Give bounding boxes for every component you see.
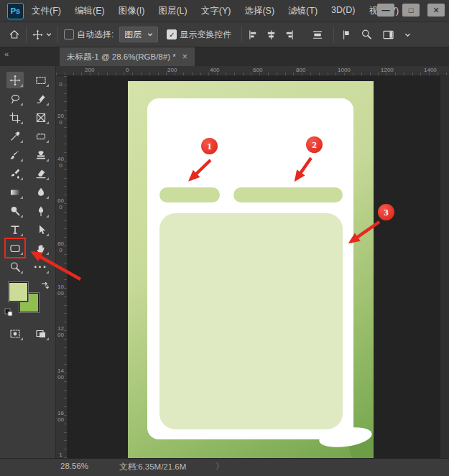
menu-3d[interactable]: 3D(D) [331, 5, 355, 17]
status-expand-icon[interactable]: 〉 [216, 461, 224, 472]
photoshop-window: Ps 文件(F) 编辑(E) 图像(I) 图层(L) 文字(Y) 选择(S) 滤… [0, 0, 449, 476]
move-icon [32, 29, 43, 40]
menu-select[interactable]: 选择(S) [244, 5, 274, 17]
menu-edit[interactable]: 编辑(E) [75, 5, 105, 17]
collapse-panels-icon[interactable]: « [4, 50, 9, 58]
ruler-label: 1600 [57, 411, 64, 424]
chevron-down-icon [46, 32, 52, 37]
ruler-label: 200 [57, 113, 64, 126]
menu-type[interactable]: 文字(Y) [201, 5, 231, 17]
window-controls: — □ ✕ [377, 4, 445, 17]
document-tab[interactable]: 未标题-1 @ 28.6%(RGB/8#) * × [60, 47, 195, 66]
chevron-down-icon[interactable] [404, 32, 411, 38]
tool-type[interactable] [6, 221, 24, 238]
auto-select-label: 自动选择: [77, 29, 114, 41]
tool-eraser[interactable] [32, 165, 50, 182]
tool-quick-selection[interactable] [32, 90, 50, 107]
menu-file[interactable]: 文件(F) [32, 5, 61, 17]
more-tools-icon[interactable]: ··· [32, 258, 50, 275]
ruler-label: 800 [57, 241, 64, 254]
ruler-label: 800 [296, 67, 305, 73]
layer-select-dropdown[interactable]: 图层 [119, 27, 158, 42]
align-left-icon[interactable] [248, 29, 259, 40]
document-canvas[interactable] [128, 81, 374, 458]
divider [333, 27, 334, 42]
green-panel-shape [159, 213, 343, 429]
right-panel-dock[interactable] [440, 76, 449, 458]
divider [241, 27, 242, 42]
document-tab-bar: « 未标题-1 @ 28.6%(RGB/8#) * × [0, 47, 449, 66]
right-option-buttons [340, 29, 411, 40]
tool-frame[interactable] [32, 109, 50, 126]
green-pill-shape-2 [233, 187, 343, 202]
screen-mode-button[interactable] [32, 325, 50, 342]
distribute-icon[interactable] [312, 29, 323, 40]
auto-select-option[interactable]: 自动选择: [64, 29, 114, 41]
tool-gradient[interactable] [6, 184, 24, 200]
ruler-label: 1200 [381, 67, 394, 73]
minimize-button[interactable]: — [377, 4, 394, 17]
workspace: 200 0 200 400 600 800 1000 1200 1400 0 2… [0, 66, 449, 458]
show-transform-label: 显示变换控件 [180, 29, 231, 41]
tool-rectangular-marquee[interactable] [32, 72, 50, 88]
ruler-label: 600 [57, 198, 64, 211]
align-buttons [248, 29, 323, 40]
quick-mask-button[interactable] [6, 325, 24, 342]
show-transform-checkbox[interactable]: ✓ [167, 29, 177, 39]
divider [57, 27, 58, 42]
auto-select-checkbox[interactable] [64, 29, 74, 39]
status-bar: 28.56% 文档:6.35M/21.6M 〉 [0, 458, 449, 476]
search-icon[interactable] [361, 29, 372, 40]
tool-options-bar: 自动选择: 图层 ✓ 显示变换控件 [0, 22, 449, 47]
tool-pen[interactable] [32, 202, 50, 219]
ruler-label: 1400 [57, 368, 64, 381]
align-right-icon[interactable] [284, 29, 295, 40]
workspace-icon[interactable] [382, 29, 394, 40]
tool-mixer-brush[interactable] [6, 165, 24, 182]
zoom-level-field[interactable]: 28.56% [60, 462, 88, 470]
tool-zoom[interactable] [6, 258, 24, 275]
tool-eyedropper[interactable] [6, 128, 24, 144]
tool-brush[interactable] [6, 146, 24, 163]
title-bar: Ps 文件(F) 编辑(E) 图像(I) 图层(L) 文字(Y) 选择(S) 滤… [0, 0, 449, 22]
tool-crop[interactable] [6, 109, 24, 126]
tool-patch[interactable] [32, 128, 50, 144]
close-button[interactable]: ✕ [427, 4, 445, 17]
tab-close-icon[interactable]: × [182, 52, 188, 62]
move-tool-preset[interactable] [32, 29, 52, 40]
ruler-ticks [64, 76, 67, 458]
document-tab-title: 未标题-1 @ 28.6%(RGB/8#) * [67, 52, 176, 62]
tool-hand[interactable] [32, 240, 50, 256]
ruler-label: 0 [126, 67, 129, 73]
annotation-badge-3: 3 [378, 204, 394, 220]
align-center-icon[interactable] [266, 29, 277, 40]
arrange-icon[interactable] [340, 29, 351, 40]
ruler-label: 1200 [57, 326, 64, 339]
show-transform-option[interactable]: ✓ 显示变换控件 [167, 29, 231, 41]
swap-colors-icon[interactable] [40, 281, 50, 290]
foreground-color-swatch[interactable] [9, 282, 28, 302]
tool-path-selection[interactable] [32, 221, 50, 238]
ruler-label: 600 [253, 67, 262, 73]
tool-rectangle[interactable] [6, 240, 24, 256]
ruler-label: 400 [210, 67, 219, 73]
ruler-label: 1000 [338, 67, 351, 73]
tools-panel: ··· [0, 66, 56, 458]
ruler-label: 400 [57, 157, 64, 169]
tool-lasso[interactable] [6, 90, 24, 107]
tool-move[interactable] [6, 72, 24, 88]
chevron-down-icon [147, 32, 153, 37]
green-pill-shape-1 [159, 187, 220, 202]
menu-image[interactable]: 图像(I) [119, 5, 145, 17]
tool-clone-stamp[interactable] [32, 146, 50, 163]
tool-blur[interactable] [32, 184, 50, 200]
default-colors-icon[interactable] [4, 308, 13, 317]
tool-dodge[interactable] [6, 202, 24, 219]
ruler-label: 0 [57, 82, 64, 88]
horizontal-ruler: 200 0 200 400 600 800 1000 1200 1400 [56, 66, 449, 76]
annotation-badge-2: 2 [306, 136, 323, 153]
menu-filter[interactable]: 滤镜(T) [288, 5, 318, 17]
menu-layer[interactable]: 图层(L) [158, 5, 187, 17]
home-button[interactable] [9, 29, 20, 40]
maximize-button[interactable]: □ [402, 4, 420, 17]
